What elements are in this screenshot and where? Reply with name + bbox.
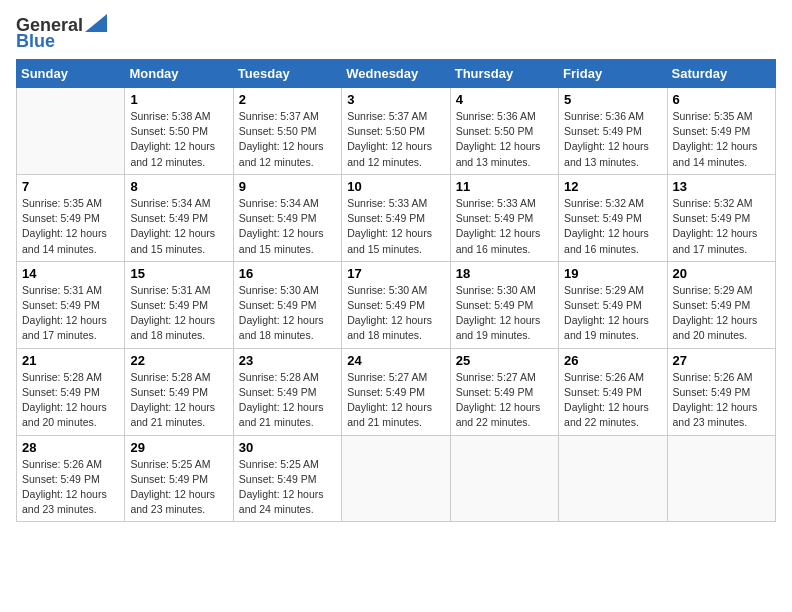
day-number: 24 [347, 353, 444, 368]
calendar-cell: 21Sunrise: 5:28 AM Sunset: 5:49 PM Dayli… [17, 348, 125, 435]
day-info: Sunrise: 5:36 AM Sunset: 5:50 PM Dayligh… [456, 109, 553, 170]
calendar-cell: 28Sunrise: 5:26 AM Sunset: 5:49 PM Dayli… [17, 435, 125, 522]
calendar-cell: 30Sunrise: 5:25 AM Sunset: 5:49 PM Dayli… [233, 435, 341, 522]
day-number: 6 [673, 92, 770, 107]
day-number: 10 [347, 179, 444, 194]
day-number: 28 [22, 440, 119, 455]
day-header-wednesday: Wednesday [342, 60, 450, 88]
calendar-cell: 18Sunrise: 5:30 AM Sunset: 5:49 PM Dayli… [450, 261, 558, 348]
day-number: 19 [564, 266, 661, 281]
day-number: 3 [347, 92, 444, 107]
calendar-cell: 17Sunrise: 5:30 AM Sunset: 5:49 PM Dayli… [342, 261, 450, 348]
calendar-cell [450, 435, 558, 522]
day-info: Sunrise: 5:34 AM Sunset: 5:49 PM Dayligh… [130, 196, 227, 257]
calendar-cell: 6Sunrise: 5:35 AM Sunset: 5:49 PM Daylig… [667, 88, 775, 175]
calendar-header-row: SundayMondayTuesdayWednesdayThursdayFrid… [17, 60, 776, 88]
day-info: Sunrise: 5:30 AM Sunset: 5:49 PM Dayligh… [347, 283, 444, 344]
calendar-cell: 10Sunrise: 5:33 AM Sunset: 5:49 PM Dayli… [342, 174, 450, 261]
calendar-week-row: 7Sunrise: 5:35 AM Sunset: 5:49 PM Daylig… [17, 174, 776, 261]
day-info: Sunrise: 5:34 AM Sunset: 5:49 PM Dayligh… [239, 196, 336, 257]
day-info: Sunrise: 5:25 AM Sunset: 5:49 PM Dayligh… [130, 457, 227, 518]
calendar-cell: 15Sunrise: 5:31 AM Sunset: 5:49 PM Dayli… [125, 261, 233, 348]
day-number: 30 [239, 440, 336, 455]
calendar-cell: 23Sunrise: 5:28 AM Sunset: 5:49 PM Dayli… [233, 348, 341, 435]
day-info: Sunrise: 5:37 AM Sunset: 5:50 PM Dayligh… [347, 109, 444, 170]
day-number: 15 [130, 266, 227, 281]
day-info: Sunrise: 5:27 AM Sunset: 5:49 PM Dayligh… [456, 370, 553, 431]
day-number: 5 [564, 92, 661, 107]
day-info: Sunrise: 5:30 AM Sunset: 5:49 PM Dayligh… [456, 283, 553, 344]
calendar-cell: 5Sunrise: 5:36 AM Sunset: 5:49 PM Daylig… [559, 88, 667, 175]
day-number: 8 [130, 179, 227, 194]
logo: General Blue [16, 16, 107, 51]
day-number: 23 [239, 353, 336, 368]
calendar-cell: 22Sunrise: 5:28 AM Sunset: 5:49 PM Dayli… [125, 348, 233, 435]
calendar-cell: 13Sunrise: 5:32 AM Sunset: 5:49 PM Dayli… [667, 174, 775, 261]
page-header: General Blue [16, 16, 776, 51]
day-header-tuesday: Tuesday [233, 60, 341, 88]
day-header-monday: Monday [125, 60, 233, 88]
day-info: Sunrise: 5:33 AM Sunset: 5:49 PM Dayligh… [347, 196, 444, 257]
day-info: Sunrise: 5:29 AM Sunset: 5:49 PM Dayligh… [673, 283, 770, 344]
day-info: Sunrise: 5:26 AM Sunset: 5:49 PM Dayligh… [22, 457, 119, 518]
day-info: Sunrise: 5:29 AM Sunset: 5:49 PM Dayligh… [564, 283, 661, 344]
day-number: 12 [564, 179, 661, 194]
calendar-cell: 27Sunrise: 5:26 AM Sunset: 5:49 PM Dayli… [667, 348, 775, 435]
day-number: 4 [456, 92, 553, 107]
calendar-cell: 8Sunrise: 5:34 AM Sunset: 5:49 PM Daylig… [125, 174, 233, 261]
day-number: 25 [456, 353, 553, 368]
calendar-cell: 2Sunrise: 5:37 AM Sunset: 5:50 PM Daylig… [233, 88, 341, 175]
day-info: Sunrise: 5:32 AM Sunset: 5:49 PM Dayligh… [564, 196, 661, 257]
day-info: Sunrise: 5:26 AM Sunset: 5:49 PM Dayligh… [564, 370, 661, 431]
calendar-cell: 12Sunrise: 5:32 AM Sunset: 5:49 PM Dayli… [559, 174, 667, 261]
day-header-saturday: Saturday [667, 60, 775, 88]
day-info: Sunrise: 5:28 AM Sunset: 5:49 PM Dayligh… [130, 370, 227, 431]
day-info: Sunrise: 5:38 AM Sunset: 5:50 PM Dayligh… [130, 109, 227, 170]
day-number: 22 [130, 353, 227, 368]
calendar-cell: 11Sunrise: 5:33 AM Sunset: 5:49 PM Dayli… [450, 174, 558, 261]
day-info: Sunrise: 5:30 AM Sunset: 5:49 PM Dayligh… [239, 283, 336, 344]
day-number: 14 [22, 266, 119, 281]
calendar-cell [17, 88, 125, 175]
calendar-cell: 26Sunrise: 5:26 AM Sunset: 5:49 PM Dayli… [559, 348, 667, 435]
day-info: Sunrise: 5:31 AM Sunset: 5:49 PM Dayligh… [22, 283, 119, 344]
day-info: Sunrise: 5:31 AM Sunset: 5:49 PM Dayligh… [130, 283, 227, 344]
calendar-week-row: 21Sunrise: 5:28 AM Sunset: 5:49 PM Dayli… [17, 348, 776, 435]
day-number: 27 [673, 353, 770, 368]
day-number: 13 [673, 179, 770, 194]
day-header-thursday: Thursday [450, 60, 558, 88]
calendar-cell: 25Sunrise: 5:27 AM Sunset: 5:49 PM Dayli… [450, 348, 558, 435]
calendar-cell [559, 435, 667, 522]
day-number: 20 [673, 266, 770, 281]
logo-blue-text: Blue [16, 31, 55, 51]
calendar-week-row: 14Sunrise: 5:31 AM Sunset: 5:49 PM Dayli… [17, 261, 776, 348]
calendar-cell: 3Sunrise: 5:37 AM Sunset: 5:50 PM Daylig… [342, 88, 450, 175]
day-info: Sunrise: 5:33 AM Sunset: 5:49 PM Dayligh… [456, 196, 553, 257]
calendar-table: SundayMondayTuesdayWednesdayThursdayFrid… [16, 59, 776, 522]
day-info: Sunrise: 5:28 AM Sunset: 5:49 PM Dayligh… [239, 370, 336, 431]
day-number: 9 [239, 179, 336, 194]
day-number: 2 [239, 92, 336, 107]
calendar-cell: 14Sunrise: 5:31 AM Sunset: 5:49 PM Dayli… [17, 261, 125, 348]
calendar-cell: 1Sunrise: 5:38 AM Sunset: 5:50 PM Daylig… [125, 88, 233, 175]
day-number: 11 [456, 179, 553, 194]
calendar-cell: 16Sunrise: 5:30 AM Sunset: 5:49 PM Dayli… [233, 261, 341, 348]
day-info: Sunrise: 5:26 AM Sunset: 5:49 PM Dayligh… [673, 370, 770, 431]
day-info: Sunrise: 5:35 AM Sunset: 5:49 PM Dayligh… [22, 196, 119, 257]
day-number: 21 [22, 353, 119, 368]
day-header-sunday: Sunday [17, 60, 125, 88]
logo-icon [85, 14, 107, 32]
day-number: 16 [239, 266, 336, 281]
calendar-cell: 20Sunrise: 5:29 AM Sunset: 5:49 PM Dayli… [667, 261, 775, 348]
calendar-cell [342, 435, 450, 522]
svg-marker-0 [85, 14, 107, 32]
day-number: 29 [130, 440, 227, 455]
day-info: Sunrise: 5:37 AM Sunset: 5:50 PM Dayligh… [239, 109, 336, 170]
calendar-week-row: 1Sunrise: 5:38 AM Sunset: 5:50 PM Daylig… [17, 88, 776, 175]
day-info: Sunrise: 5:36 AM Sunset: 5:49 PM Dayligh… [564, 109, 661, 170]
calendar-cell [667, 435, 775, 522]
day-info: Sunrise: 5:28 AM Sunset: 5:49 PM Dayligh… [22, 370, 119, 431]
calendar-cell: 24Sunrise: 5:27 AM Sunset: 5:49 PM Dayli… [342, 348, 450, 435]
day-number: 7 [22, 179, 119, 194]
calendar-cell: 19Sunrise: 5:29 AM Sunset: 5:49 PM Dayli… [559, 261, 667, 348]
